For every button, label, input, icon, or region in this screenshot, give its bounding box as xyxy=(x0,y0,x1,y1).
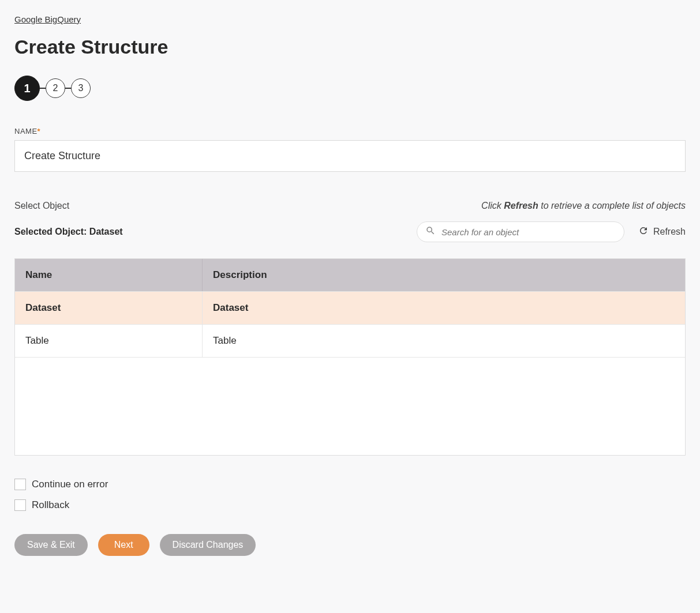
refresh-hint: Click Refresh to retrieve a complete lis… xyxy=(481,201,686,211)
refresh-button-label: Refresh xyxy=(653,227,686,237)
rollback-checkbox[interactable] xyxy=(14,499,26,511)
object-table: Name Description Dataset Dataset Table T… xyxy=(14,258,686,456)
cell-name: Table xyxy=(15,325,203,357)
col-header-name: Name xyxy=(15,259,203,291)
table-empty-space xyxy=(15,357,685,455)
selected-object-label: Selected Object: Dataset xyxy=(14,227,123,237)
required-asterisk: * xyxy=(38,127,41,136)
search-input[interactable] xyxy=(436,227,616,237)
cell-name: Dataset xyxy=(15,292,203,324)
table-row[interactable]: Dataset Dataset xyxy=(15,291,685,324)
name-field-label: NAME* xyxy=(14,127,686,136)
discard-button[interactable]: Discard Changes xyxy=(160,534,256,556)
stepper: 1 2 3 xyxy=(14,76,686,101)
continue-on-error-checkbox[interactable] xyxy=(14,479,26,490)
table-header: Name Description xyxy=(15,259,685,291)
rollback-label: Rollback xyxy=(32,499,69,511)
step-1[interactable]: 1 xyxy=(14,76,40,101)
breadcrumb-link[interactable]: Google BigQuery xyxy=(14,14,81,24)
save-exit-button[interactable]: Save & Exit xyxy=(14,534,88,556)
step-3[interactable]: 3 xyxy=(71,78,91,98)
search-icon xyxy=(425,225,436,238)
name-input[interactable] xyxy=(14,140,686,172)
col-header-description: Description xyxy=(203,259,685,291)
cell-description: Dataset xyxy=(203,292,685,324)
refresh-button[interactable]: Refresh xyxy=(638,225,686,238)
search-wrapper[interactable] xyxy=(417,221,624,242)
select-object-label: Select Object xyxy=(14,201,69,211)
continue-on-error-label: Continue on error xyxy=(32,479,108,490)
next-button[interactable]: Next xyxy=(98,534,149,556)
step-connector xyxy=(40,88,46,89)
cell-description: Table xyxy=(203,325,685,357)
step-2[interactable]: 2 xyxy=(46,78,65,98)
step-connector xyxy=(65,88,71,89)
table-row[interactable]: Table Table xyxy=(15,324,685,357)
refresh-icon xyxy=(638,225,649,238)
page-title: Create Structure xyxy=(14,36,686,58)
